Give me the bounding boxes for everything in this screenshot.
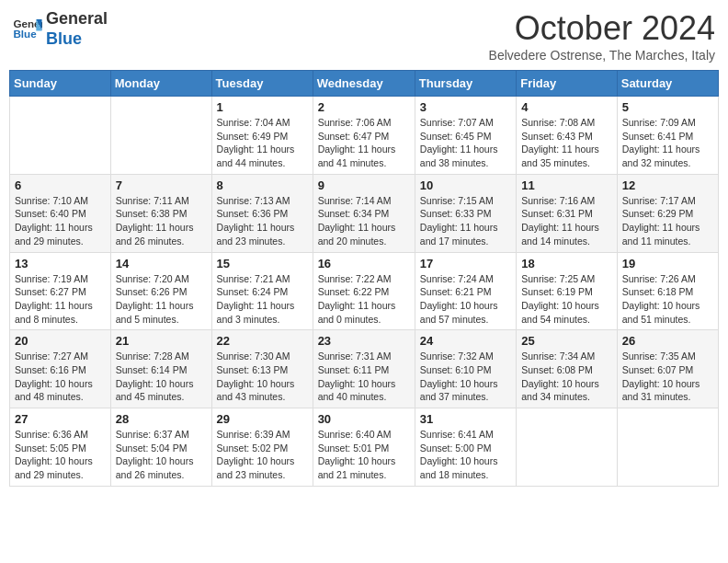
calendar-week-row: 6Sunrise: 7:10 AM Sunset: 6:40 PM Daylig… xyxy=(10,174,719,252)
day-info: Sunrise: 7:30 AM Sunset: 6:13 PM Dayligh… xyxy=(217,350,308,404)
calendar-table: SundayMondayTuesdayWednesdayThursdayFrid… xyxy=(9,70,719,487)
logo-general: General xyxy=(46,9,108,29)
calendar-cell: 18Sunrise: 7:25 AM Sunset: 6:19 PM Dayli… xyxy=(517,252,618,330)
day-header-monday: Monday xyxy=(110,71,211,97)
calendar-cell: 7Sunrise: 7:11 AM Sunset: 6:38 PM Daylig… xyxy=(110,174,211,252)
day-header-thursday: Thursday xyxy=(415,71,516,97)
day-number: 13 xyxy=(15,257,106,270)
day-number: 27 xyxy=(15,412,106,426)
day-info: Sunrise: 7:21 AM Sunset: 6:24 PM Dayligh… xyxy=(217,272,308,327)
calendar-cell: 12Sunrise: 7:17 AM Sunset: 6:29 PM Dayli… xyxy=(617,174,718,252)
calendar-cell: 14Sunrise: 7:20 AM Sunset: 6:26 PM Dayli… xyxy=(110,252,211,330)
calendar-cell: 2Sunrise: 7:06 AM Sunset: 6:47 PM Daylig… xyxy=(313,97,415,175)
day-info: Sunrise: 7:31 AM Sunset: 6:11 PM Dayligh… xyxy=(318,350,410,404)
day-number: 1 xyxy=(217,100,308,114)
calendar-cell: 19Sunrise: 7:26 AM Sunset: 6:18 PM Dayli… xyxy=(617,252,718,330)
calendar-cell xyxy=(617,408,718,487)
svg-text:Blue: Blue xyxy=(13,28,37,40)
day-info: Sunrise: 7:22 AM Sunset: 6:22 PM Dayligh… xyxy=(318,272,410,327)
day-info: Sunrise: 6:39 AM Sunset: 5:02 PM Dayligh… xyxy=(217,428,308,482)
calendar-cell xyxy=(110,97,211,175)
day-number: 15 xyxy=(217,257,308,270)
day-number: 26 xyxy=(622,334,713,348)
day-header-wednesday: Wednesday xyxy=(313,71,415,97)
day-number: 31 xyxy=(420,412,511,426)
day-info: Sunrise: 7:24 AM Sunset: 6:21 PM Dayligh… xyxy=(420,272,511,327)
day-number: 21 xyxy=(116,334,207,348)
day-info: Sunrise: 7:10 AM Sunset: 6:40 PM Dayligh… xyxy=(15,194,106,248)
calendar-cell: 26Sunrise: 7:35 AM Sunset: 6:07 PM Dayli… xyxy=(617,330,718,408)
day-number: 8 xyxy=(217,178,308,192)
logo-icon: General Blue xyxy=(13,17,42,42)
day-info: Sunrise: 7:32 AM Sunset: 6:10 PM Dayligh… xyxy=(420,350,511,404)
day-info: Sunrise: 6:41 AM Sunset: 5:00 PM Dayligh… xyxy=(420,428,511,482)
calendar-week-row: 27Sunrise: 6:36 AM Sunset: 5:05 PM Dayli… xyxy=(10,408,719,487)
day-info: Sunrise: 7:20 AM Sunset: 6:26 PM Dayligh… xyxy=(116,272,207,327)
calendar-cell: 24Sunrise: 7:32 AM Sunset: 6:10 PM Dayli… xyxy=(415,330,516,408)
calendar-week-row: 13Sunrise: 7:19 AM Sunset: 6:27 PM Dayli… xyxy=(10,252,719,330)
calendar-cell: 6Sunrise: 7:10 AM Sunset: 6:40 PM Daylig… xyxy=(10,174,111,252)
calendar-cell: 17Sunrise: 7:24 AM Sunset: 6:21 PM Dayli… xyxy=(415,252,516,330)
day-number: 6 xyxy=(15,178,106,192)
calendar-cell: 22Sunrise: 7:30 AM Sunset: 6:13 PM Dayli… xyxy=(211,330,313,408)
day-number: 3 xyxy=(420,100,511,114)
calendar-cell: 16Sunrise: 7:22 AM Sunset: 6:22 PM Dayli… xyxy=(313,252,415,330)
calendar-cell xyxy=(517,408,618,487)
calendar-cell: 29Sunrise: 6:39 AM Sunset: 5:02 PM Dayli… xyxy=(211,408,313,487)
day-info: Sunrise: 7:09 AM Sunset: 6:41 PM Dayligh… xyxy=(622,116,713,170)
day-header-friday: Friday xyxy=(517,71,618,97)
day-number: 5 xyxy=(622,100,713,114)
day-number: 16 xyxy=(318,257,410,270)
calendar-week-row: 20Sunrise: 7:27 AM Sunset: 6:16 PM Dayli… xyxy=(10,330,719,408)
day-number: 24 xyxy=(420,334,511,348)
day-info: Sunrise: 7:34 AM Sunset: 6:08 PM Dayligh… xyxy=(521,350,612,404)
day-number: 29 xyxy=(217,412,308,426)
day-info: Sunrise: 7:35 AM Sunset: 6:07 PM Dayligh… xyxy=(622,350,713,404)
day-header-tuesday: Tuesday xyxy=(211,71,313,97)
location-subtitle: Belvedere Ostrense, The Marches, Italy xyxy=(489,48,715,63)
calendar-cell: 9Sunrise: 7:14 AM Sunset: 6:34 PM Daylig… xyxy=(313,174,415,252)
day-number: 11 xyxy=(521,178,612,192)
day-number: 23 xyxy=(318,334,410,348)
logo-blue: Blue xyxy=(46,29,108,50)
day-number: 12 xyxy=(622,178,713,192)
calendar-cell: 20Sunrise: 7:27 AM Sunset: 6:16 PM Dayli… xyxy=(10,330,111,408)
day-info: Sunrise: 7:14 AM Sunset: 6:34 PM Dayligh… xyxy=(318,194,410,248)
day-info: Sunrise: 7:25 AM Sunset: 6:19 PM Dayligh… xyxy=(521,272,612,327)
day-number: 10 xyxy=(420,178,511,192)
calendar-cell: 1Sunrise: 7:04 AM Sunset: 6:49 PM Daylig… xyxy=(211,97,313,175)
day-info: Sunrise: 7:04 AM Sunset: 6:49 PM Dayligh… xyxy=(217,116,308,170)
page-header: General Blue General Blue October 2024 B… xyxy=(9,9,719,63)
calendar-cell: 25Sunrise: 7:34 AM Sunset: 6:08 PM Dayli… xyxy=(517,330,618,408)
day-number: 7 xyxy=(116,178,207,192)
day-info: Sunrise: 7:17 AM Sunset: 6:29 PM Dayligh… xyxy=(622,194,713,248)
day-number: 4 xyxy=(521,100,612,114)
calendar-cell: 30Sunrise: 6:40 AM Sunset: 5:01 PM Dayli… xyxy=(313,408,415,487)
calendar-cell: 15Sunrise: 7:21 AM Sunset: 6:24 PM Dayli… xyxy=(211,252,313,330)
day-number: 22 xyxy=(217,334,308,348)
day-number: 17 xyxy=(420,257,511,270)
day-number: 9 xyxy=(318,178,410,192)
calendar-cell: 11Sunrise: 7:16 AM Sunset: 6:31 PM Dayli… xyxy=(517,174,618,252)
day-info: Sunrise: 7:26 AM Sunset: 6:18 PM Dayligh… xyxy=(622,272,713,327)
day-info: Sunrise: 7:19 AM Sunset: 6:27 PM Dayligh… xyxy=(15,272,106,327)
day-info: Sunrise: 7:06 AM Sunset: 6:47 PM Dayligh… xyxy=(318,116,410,170)
calendar-week-row: 1Sunrise: 7:04 AM Sunset: 6:49 PM Daylig… xyxy=(10,97,719,175)
calendar-cell: 10Sunrise: 7:15 AM Sunset: 6:33 PM Dayli… xyxy=(415,174,516,252)
day-info: Sunrise: 7:15 AM Sunset: 6:33 PM Dayligh… xyxy=(420,194,511,248)
calendar-cell: 13Sunrise: 7:19 AM Sunset: 6:27 PM Dayli… xyxy=(10,252,111,330)
day-info: Sunrise: 6:37 AM Sunset: 5:04 PM Dayligh… xyxy=(116,428,207,482)
day-info: Sunrise: 7:07 AM Sunset: 6:45 PM Dayligh… xyxy=(420,116,511,170)
day-info: Sunrise: 7:13 AM Sunset: 6:36 PM Dayligh… xyxy=(217,194,308,248)
day-info: Sunrise: 7:08 AM Sunset: 6:43 PM Dayligh… xyxy=(521,116,612,170)
calendar-cell: 27Sunrise: 6:36 AM Sunset: 5:05 PM Dayli… xyxy=(10,408,111,487)
day-number: 25 xyxy=(521,334,612,348)
day-info: Sunrise: 6:40 AM Sunset: 5:01 PM Dayligh… xyxy=(318,428,410,482)
day-number: 2 xyxy=(318,100,410,114)
day-info: Sunrise: 6:36 AM Sunset: 5:05 PM Dayligh… xyxy=(15,428,106,482)
calendar-cell xyxy=(10,97,111,175)
calendar-cell: 23Sunrise: 7:31 AM Sunset: 6:11 PM Dayli… xyxy=(313,330,415,408)
calendar-cell: 3Sunrise: 7:07 AM Sunset: 6:45 PM Daylig… xyxy=(415,97,516,175)
day-info: Sunrise: 7:11 AM Sunset: 6:38 PM Dayligh… xyxy=(116,194,207,248)
day-number: 20 xyxy=(15,334,106,348)
